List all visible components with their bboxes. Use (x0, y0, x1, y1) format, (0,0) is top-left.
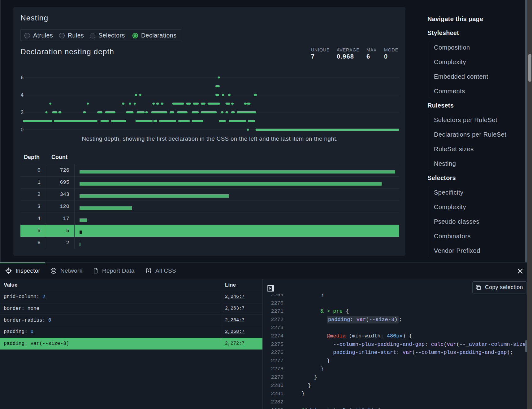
svg-text:4: 4 (21, 92, 24, 98)
svg-text:0: 0 (21, 127, 24, 132)
svg-text:2: 2 (21, 110, 24, 115)
svg-text:6: 6 (21, 75, 24, 80)
